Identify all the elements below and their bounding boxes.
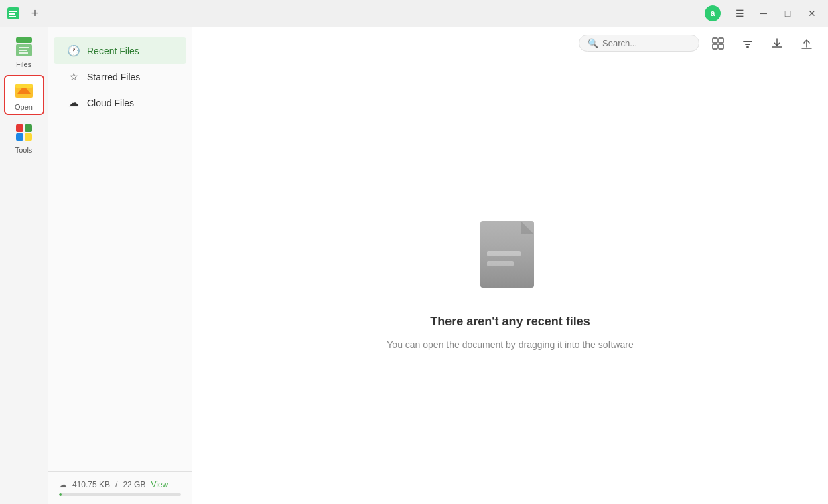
tools-icon [13, 122, 35, 143]
recent-icon: 🕐 [67, 44, 80, 57]
sidebar-open-label: Open [15, 103, 33, 111]
svg-rect-16 [713, 38, 717, 43]
svg-rect-22 [746, 46, 749, 48]
storage-separator: / [115, 480, 117, 489]
icon-sidebar: Files Open Tool [0, 27, 48, 504]
sidebar-item-tools[interactable]: Tools [4, 118, 44, 158]
nav-item-cloud[interactable]: ☁ Cloud Files [54, 90, 186, 116]
sidebar-tools-label: Tools [15, 146, 33, 154]
svg-rect-27 [480, 221, 534, 288]
svg-rect-20 [743, 41, 752, 42]
storage-used: 410.75 KB [72, 480, 110, 489]
nav-item-recent[interactable]: 🕐 Recent Files [54, 37, 186, 64]
empty-state-illustration [470, 214, 551, 304]
menu-button[interactable]: ☰ [729, 5, 750, 21]
sidebar-item-files[interactable]: Files [4, 32, 44, 72]
cloud-icon: ☁ [67, 96, 80, 109]
nav-item-starred[interactable]: ☆ Starred Files [54, 64, 186, 90]
svg-rect-21 [745, 44, 750, 45]
content-main: There aren't any recent files You can op… [192, 60, 828, 504]
content-area: 🔍 [192, 27, 828, 504]
cloud-storage-icon: ☁ [59, 480, 67, 489]
svg-rect-15 [25, 133, 32, 141]
svg-rect-2 [9, 13, 15, 15]
filter-button[interactable] [737, 33, 758, 54]
nav-cloud-label: Cloud Files [87, 98, 134, 108]
view-storage-link[interactable]: View [151, 480, 168, 489]
title-bar-controls: a ☰ ─ □ ✕ [705, 5, 823, 21]
maximize-button[interactable]: □ [777, 5, 799, 21]
title-bar: + a ☰ ─ □ ✕ [0, 0, 828, 27]
empty-state-title: There aren't any recent files [430, 315, 590, 329]
svg-rect-13 [25, 124, 32, 132]
storage-bar [59, 493, 181, 496]
app-logo [5, 5, 21, 21]
sidebar-files-label: Files [16, 60, 31, 68]
main-layout: Files Open Tool [0, 27, 828, 504]
svg-rect-19 [719, 44, 723, 49]
svg-rect-3 [9, 16, 16, 17]
svg-rect-14 [16, 133, 23, 141]
grid-view-button[interactable] [707, 33, 729, 54]
svg-rect-17 [719, 38, 723, 43]
content-toolbar: 🔍 [192, 27, 828, 60]
sidebar-item-open[interactable]: Open [4, 75, 44, 115]
nav-starred-label: Starred Files [87, 72, 140, 82]
download-button[interactable] [766, 33, 788, 54]
storage-info: ☁ 410.75 KB / 22 GB View [59, 480, 181, 489]
svg-rect-4 [16, 37, 32, 43]
starred-icon: ☆ [67, 70, 80, 83]
close-button[interactable]: ✕ [801, 5, 823, 21]
search-icon: 🔍 [588, 38, 598, 48]
storage-bar-fill [59, 493, 62, 496]
nav-spacer [48, 116, 192, 471]
title-bar-left: + [5, 5, 43, 21]
nav-recent-label: Recent Files [87, 46, 139, 56]
svg-rect-6 [19, 47, 29, 48]
storage-total: 22 GB [123, 480, 145, 489]
svg-rect-18 [713, 44, 717, 49]
svg-rect-12 [16, 124, 23, 132]
nav-sidebar: 🕐 Recent Files ☆ Starred Files ☁ Cloud F… [48, 27, 192, 504]
search-input[interactable] [602, 38, 689, 48]
svg-rect-11 [15, 84, 33, 88]
svg-rect-1 [9, 11, 17, 12]
nav-bottom: ☁ 410.75 KB / 22 GB View [48, 471, 192, 504]
svg-rect-8 [19, 52, 28, 54]
empty-state-subtitle: You can open the document by dragging it… [387, 339, 633, 350]
open-icon [13, 79, 35, 100]
svg-rect-7 [19, 50, 27, 51]
search-box: 🔍 [579, 35, 699, 52]
add-tab-button[interactable]: + [27, 5, 43, 21]
minimize-button[interactable]: ─ [753, 5, 774, 21]
user-avatar[interactable]: a [705, 5, 721, 21]
files-icon [13, 36, 35, 58]
upload-button[interactable] [796, 33, 817, 54]
